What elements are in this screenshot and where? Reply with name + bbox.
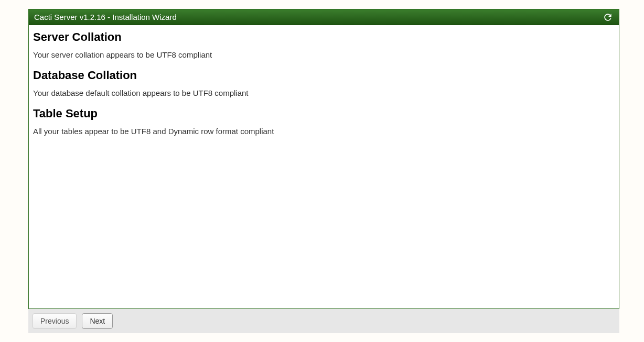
table-setup-text: All your tables appear to be UTF8 and Dy…	[33, 127, 615, 136]
table-setup-heading: Table Setup	[33, 107, 615, 120]
wizard-title: Cacti Server v1.2.16 - Installation Wiza…	[34, 13, 177, 21]
wizard-body: Server Collation Your server collation a…	[29, 25, 619, 308]
wizard-header: Cacti Server v1.2.16 - Installation Wiza…	[29, 9, 619, 25]
wizard-container: Cacti Server v1.2.16 - Installation Wiza…	[28, 9, 619, 309]
database-collation-text: Your database default collation appears …	[33, 89, 615, 97]
previous-button[interactable]: Previous	[33, 313, 77, 329]
refresh-icon[interactable]	[602, 12, 614, 23]
server-collation-heading: Server Collation	[33, 30, 615, 44]
wizard-footer: Previous Next	[28, 309, 619, 333]
database-collation-heading: Database Collation	[33, 69, 615, 82]
next-button[interactable]: Next	[82, 313, 113, 329]
server-collation-text: Your server collation appears to be UTF8…	[33, 50, 615, 59]
